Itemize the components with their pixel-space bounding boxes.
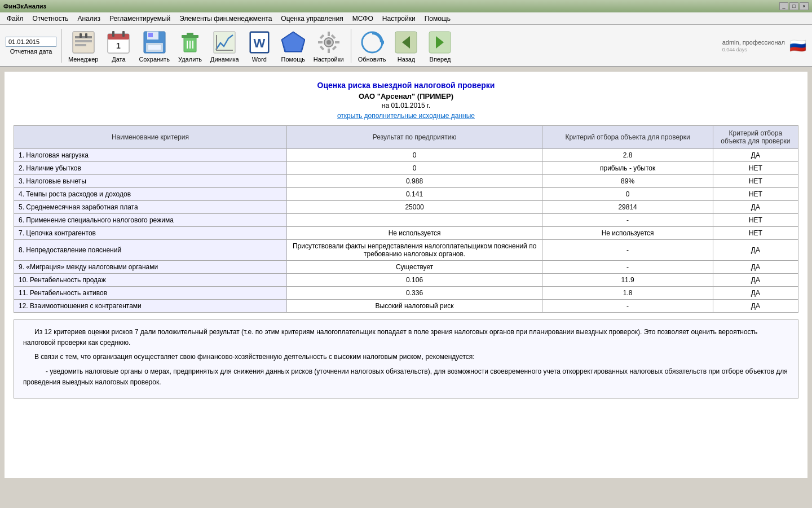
criterion-threshold-cell: прибыль - убыток — [542, 162, 713, 175]
criterion-result-cell: 0.988 — [286, 175, 542, 188]
date-button[interactable]: 1 Дата — [103, 28, 134, 64]
table-row: 8. Непредоставление поясненийПрисутствов… — [14, 240, 798, 261]
menu-reporting[interactable]: Отчетность — [28, 14, 73, 24]
refresh-icon — [359, 29, 386, 56]
forward-label: Вперед — [430, 56, 451, 63]
main-content: Оценка риска выездной налоговой проверки… — [5, 72, 807, 478]
back-button[interactable]: Назад — [390, 28, 422, 64]
criterion-verdict-cell: ДА — [713, 240, 798, 261]
criterion-name-cell: 12. Взаимоотношения с контрагентами — [14, 300, 287, 313]
criterion-name-cell: 11. Рентабельность активов — [14, 287, 287, 300]
svg-rect-9 — [122, 31, 125, 37]
manager-icon — [70, 29, 97, 56]
delete-icon — [176, 29, 204, 56]
menu-ifrs[interactable]: МСФО — [348, 14, 378, 24]
criterion-name-cell: 9. «Миграция» между налоговыми органами — [14, 261, 287, 274]
summary-para1: Из 12 критериев оценки рисков 7 дали пол… — [23, 327, 789, 348]
svg-rect-32 — [328, 32, 330, 36]
criterion-name-cell: 8. Непредоставление пояснений — [14, 240, 287, 261]
criterion-verdict-cell: НЕТ — [713, 227, 798, 240]
settings-label: Настройки — [314, 56, 344, 63]
criterion-verdict-cell: НЕТ — [713, 175, 798, 188]
word-button[interactable]: W Word — [244, 28, 275, 64]
criterion-threshold-cell: - — [542, 240, 713, 261]
svg-rect-13 — [148, 33, 153, 37]
separator-1 — [61, 29, 61, 63]
title-bar: ФинЭкАнализ _ □ × — [0, 0, 812, 12]
svg-rect-18 — [187, 33, 193, 36]
svg-text:1: 1 — [116, 41, 121, 50]
svg-rect-33 — [328, 49, 330, 53]
menu-help[interactable]: Помощь — [420, 14, 455, 24]
menu-settings[interactable]: Настройки — [378, 14, 420, 24]
page-title-company: ОАО "Арсенал" (ПРИМЕР) — [14, 92, 798, 100]
criterion-threshold-cell: 11.9 — [542, 274, 713, 287]
criteria-table: Наименование критерия Результат по предп… — [14, 125, 798, 313]
window-controls[interactable]: _ □ × — [779, 2, 809, 10]
date-btn-label: Дата — [112, 56, 125, 63]
criterion-result-cell: Высокий налоговый риск — [286, 300, 542, 313]
back-icon — [392, 29, 420, 56]
menu-finmgmt[interactable]: Элементы фин.менеджмента — [175, 14, 276, 24]
dynamic-button[interactable]: Динамика — [208, 28, 241, 64]
summary-box: Из 12 критериев оценки рисков 7 дали пол… — [14, 319, 798, 398]
flag-icon: 🇷🇺 — [789, 38, 806, 54]
criterion-name-cell: 7. Цепочка контрагентов — [14, 227, 287, 240]
criterion-verdict-cell: НЕТ — [713, 214, 798, 227]
svg-rect-36 — [319, 34, 324, 38]
criterion-verdict-cell: ДА — [713, 287, 798, 300]
criterion-result-cell: 25000 — [286, 201, 542, 214]
table-row: 9. «Миграция» между налоговыми органамиС… — [14, 261, 798, 274]
menu-file[interactable]: Файл — [2, 14, 28, 24]
table-row: 3. Налоговые вычеты0.98889%НЕТ — [14, 175, 798, 188]
criterion-threshold-cell: - — [542, 261, 713, 274]
menu-analysis[interactable]: Анализ — [73, 14, 105, 24]
svg-rect-7 — [108, 34, 129, 40]
svg-point-31 — [326, 40, 331, 45]
criterion-name-cell: 2. Наличие убытков — [14, 162, 287, 175]
back-label: Назад — [398, 56, 416, 63]
refresh-button[interactable]: Обновить — [356, 28, 389, 64]
criterion-threshold-cell: 89% — [542, 175, 713, 188]
criterion-result-cell: Существует — [286, 261, 542, 274]
manager-button[interactable]: Менеджер — [66, 28, 100, 64]
dynamic-icon — [211, 29, 238, 56]
delete-button[interactable]: Удалить — [174, 28, 206, 64]
date-input[interactable] — [6, 37, 56, 47]
forward-icon — [426, 29, 453, 56]
date-label: Отчетная дата — [10, 48, 52, 55]
menu-control[interactable]: Оценка управления — [276, 14, 347, 24]
menu-bar: Файл Отчетность Анализ Регламентируемый … — [0, 12, 812, 25]
help-button[interactable]: Помощь — [277, 28, 309, 64]
criterion-name-cell: 6. Применение специального налогового ре… — [14, 214, 287, 227]
word-label: Word — [252, 56, 267, 63]
col-header-name: Наименование критерия — [14, 126, 287, 149]
save-button[interactable]: Сохранить — [136, 28, 172, 64]
criterion-name-cell: 3. Налоговые вычеты — [14, 175, 287, 188]
menu-regulated[interactable]: Регламентируемый — [105, 14, 175, 24]
svg-rect-23 — [216, 50, 233, 51]
criterion-verdict-cell: НЕТ — [713, 162, 798, 175]
criterion-result-cell: 0 — [286, 162, 542, 175]
criterion-threshold-cell: 0 — [542, 188, 713, 201]
toolbar: Отчетная дата Менеджер 1 — [0, 25, 812, 67]
manager-label: Менеджер — [68, 56, 98, 63]
close-button[interactable]: × — [800, 2, 809, 10]
separator-2 — [351, 29, 351, 63]
settings-button[interactable]: Настройки — [311, 28, 346, 64]
criterion-verdict-cell: НЕТ — [713, 188, 798, 201]
criterion-verdict-cell: ДА — [713, 300, 798, 313]
open-link[interactable]: открыть дополнительные исходные данные — [337, 112, 475, 120]
admin-info: admin, профессионал 0.044 days — [722, 39, 785, 52]
table-row: 1. Налоговая нагрузка02.8ДА — [14, 149, 798, 162]
svg-rect-39 — [319, 45, 324, 50]
maximize-button[interactable]: □ — [789, 2, 798, 10]
criterion-name-cell: 4. Темпы роста расходов и доходов — [14, 188, 287, 201]
svg-rect-4 — [80, 33, 82, 38]
minimize-button[interactable]: _ — [779, 2, 788, 10]
delete-label: Удалить — [178, 56, 202, 63]
forward-button[interactable]: Вперед — [424, 28, 456, 64]
open-link-container: открыть дополнительные исходные данные — [14, 112, 798, 120]
table-row: 5. Среднемесячная заработная плата250002… — [14, 201, 798, 214]
svg-rect-2 — [75, 40, 92, 42]
